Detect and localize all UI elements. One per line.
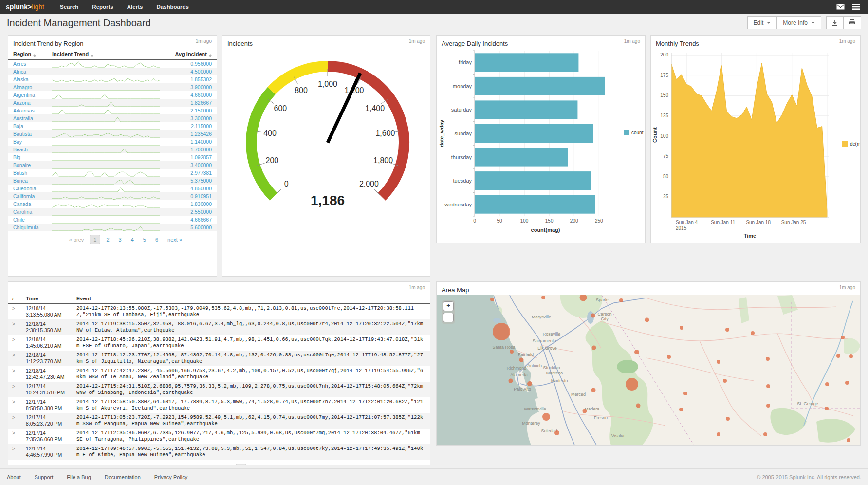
avg-incident-value[interactable]: 3.400000: [168, 161, 217, 169]
region-name-link[interactable]: California: [8, 192, 47, 200]
column-header-event[interactable]: Event: [73, 294, 430, 304]
export-button[interactable]: [826, 16, 844, 29]
map-incident-marker[interactable]: [592, 346, 596, 350]
map-incident-marker[interactable]: [680, 326, 683, 330]
avg-incident-value[interactable]: 2.977381: [168, 169, 217, 177]
bar-friday[interactable]: [475, 53, 578, 72]
map-incident-marker[interactable]: [527, 381, 532, 386]
map-incident-marker[interactable]: [583, 409, 587, 413]
region-pagination-page-1[interactable]: 1: [90, 235, 100, 244]
events-pagination-page-2[interactable]: 2: [249, 464, 259, 465]
map-incident-marker[interactable]: [554, 430, 559, 435]
map-incident-marker[interactable]: [725, 328, 729, 332]
avg-incident-value[interactable]: 2.150000: [168, 107, 217, 114]
avg-incident-value[interactable]: 1.235426: [168, 130, 217, 138]
event-expand-arrow[interactable]: >: [8, 304, 22, 320]
event-expand-arrow[interactable]: >: [8, 382, 22, 397]
region-pagination-page-6[interactable]: 6: [152, 235, 162, 244]
map-incident-marker[interactable]: [849, 354, 853, 358]
map-incident-marker[interactable]: [683, 392, 687, 395]
map-incident-marker[interactable]: [645, 318, 649, 322]
map-incident-marker[interactable]: [542, 413, 550, 421]
events-pagination-page-6[interactable]: 6: [297, 464, 307, 465]
region-pagination-page-5[interactable]: 5: [140, 235, 149, 244]
map-incident-marker[interactable]: [541, 296, 545, 299]
bar-saturday[interactable]: [475, 100, 577, 119]
region-name-link[interactable]: Baja: [8, 122, 47, 130]
event-expand-arrow[interactable]: >: [8, 444, 22, 460]
region-pagination-next[interactable]: next »: [164, 235, 185, 244]
menu-icon[interactable]: [850, 1, 862, 12]
region-name-link[interactable]: Canada: [8, 200, 47, 208]
map-incident-marker[interactable]: [634, 350, 639, 354]
events-pagination-page-4[interactable]: 4: [273, 464, 283, 465]
bar-thursday[interactable]: [475, 148, 568, 167]
bar-wednesday[interactable]: [475, 195, 595, 214]
bar-tuesday[interactable]: [475, 171, 591, 190]
map-incident-marker[interactable]: [679, 408, 683, 411]
nav-item-reports[interactable]: Reports: [85, 0, 120, 14]
region-name-link[interactable]: Africa: [8, 68, 47, 75]
map-incident-marker[interactable]: [636, 404, 641, 408]
map-incident-marker[interactable]: [726, 417, 730, 421]
region-name-link[interactable]: Bonaire: [8, 161, 47, 169]
region-name-link[interactable]: Burica: [8, 177, 47, 185]
map-incident-marker[interactable]: [509, 379, 513, 383]
nav-item-dashboards[interactable]: Dashboards: [149, 0, 195, 14]
region-name-link[interactable]: Almagro: [8, 83, 47, 91]
map-incident-marker[interactable]: [619, 298, 623, 302]
events-pagination-page-8[interactable]: 8: [322, 464, 332, 465]
map-incident-marker[interactable]: [717, 360, 720, 364]
avg-incident-value[interactable]: 1.140000: [168, 138, 217, 146]
region-name-link[interactable]: Argentina: [8, 91, 47, 99]
map-incident-marker[interactable]: [841, 336, 845, 339]
column-header-region[interactable]: Region: [8, 50, 47, 60]
region-name-link[interactable]: Big: [8, 153, 47, 161]
footer-link-documentation[interactable]: Documentation: [105, 474, 141, 480]
avg-incident-value[interactable]: 2.115000: [168, 122, 217, 130]
map-incident-marker[interactable]: [766, 384, 770, 388]
splunk-logo[interactable]: splunk>light: [6, 3, 44, 11]
nav-item-alerts[interactable]: Alerts: [120, 0, 150, 14]
region-name-link[interactable]: Beach: [8, 146, 47, 153]
event-expand-arrow[interactable]: >: [8, 413, 22, 429]
event-expand-arrow[interactable]: >: [8, 319, 22, 335]
region-name-link[interactable]: Arkansas: [8, 107, 47, 114]
more-info-button[interactable]: More Info: [777, 16, 821, 29]
bar-sunday[interactable]: [475, 124, 593, 143]
edit-button[interactable]: Edit: [747, 16, 777, 29]
event-expand-arrow[interactable]: >: [8, 351, 22, 366]
avg-incident-value[interactable]: 1.092857: [168, 153, 217, 161]
region-name-link[interactable]: British: [8, 169, 47, 177]
region-name-link[interactable]: Alaska: [8, 75, 47, 83]
events-pagination-page-3[interactable]: 3: [261, 464, 271, 465]
region-pagination-page-3[interactable]: 3: [115, 235, 125, 244]
region-name-link[interactable]: Chile: [8, 216, 47, 224]
map-incident-marker[interactable]: [751, 331, 755, 335]
footer-link-privacy-policy[interactable]: Privacy Policy: [154, 474, 187, 480]
avg-incident-value[interactable]: 3.300000: [168, 114, 217, 122]
column-header-time[interactable]: Time: [22, 294, 73, 304]
map-incident-marker[interactable]: [836, 354, 840, 358]
avg-incident-value[interactable]: 1.830000: [168, 200, 217, 208]
region-pagination-page-4[interactable]: 4: [128, 235, 137, 244]
footer-link-about[interactable]: About: [7, 474, 21, 480]
map-incident-marker[interactable]: [723, 379, 727, 383]
events-pagination-page-7[interactable]: 7: [310, 464, 319, 465]
map-incident-marker[interactable]: [766, 357, 770, 361]
event-expand-arrow[interactable]: >: [8, 429, 22, 444]
events-pagination-page-10[interactable]: 10: [347, 464, 359, 465]
avg-incident-value[interactable]: 1.826667: [168, 99, 217, 107]
map-incident-marker[interactable]: [847, 438, 850, 442]
region-name-link[interactable]: Caledonia: [8, 185, 47, 192]
map-incident-marker[interactable]: [766, 404, 770, 408]
region-pagination-prev[interactable]: « prev: [66, 235, 88, 244]
map-incident-marker[interactable]: [519, 358, 524, 362]
column-header-avg-incident[interactable]: Avg Incident: [168, 50, 217, 60]
region-name-link[interactable]: Australia: [8, 114, 47, 122]
events-pagination-page-5[interactable]: 5: [285, 464, 295, 465]
events-pagination-next[interactable]: next »: [362, 464, 383, 465]
avg-incident-value[interactable]: 1.855302: [168, 75, 217, 83]
avg-incident-value[interactable]: 3.900000: [168, 83, 217, 91]
print-button[interactable]: [844, 16, 861, 29]
